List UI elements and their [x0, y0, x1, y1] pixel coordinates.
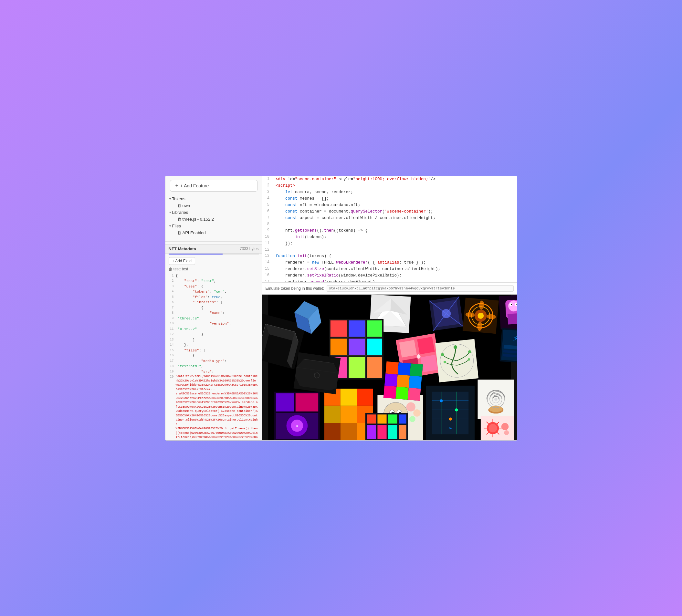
main-container: + + Add Feature ▾ Tokens 🗑 own ▾ Librari…	[165, 176, 517, 440]
code-row: 3 let camera, scene, renderer;	[262, 189, 517, 196]
add-field-button[interactable]: + Add Field	[169, 257, 195, 265]
code-content: const nft = window.cardano.nft;	[272, 202, 517, 208]
code-content: nft.getTokens().then((tokens) => {	[272, 227, 517, 234]
svg-rect-124	[410, 363, 423, 377]
code-content: renderer = new THREE.WebGLRenderer( { an…	[272, 259, 517, 266]
svg-rect-126	[396, 374, 410, 388]
svg-rect-153	[377, 414, 386, 424]
field-label: 🗑 test: test	[169, 267, 188, 271]
line-number: 7	[262, 215, 272, 221]
code-content: <div id="scene-container" style="height:…	[272, 176, 517, 183]
svg-point-96	[489, 406, 502, 412]
tree-children-libraries: 🗑 three.js - 0.152.2	[168, 216, 259, 223]
tree-item-threejs[interactable]: 🗑 three.js - 0.152.2	[176, 216, 259, 223]
svg-rect-125	[384, 373, 398, 387]
svg-point-100	[494, 397, 497, 401]
code-row: 15 renderer.setSize(container.clientWidt…	[262, 266, 517, 272]
code-row: 1 <div id="scene-container" style="heigh…	[262, 176, 517, 183]
svg-text:⬡: ⬡	[313, 371, 320, 381]
tree-children-tokens: 🗑 own	[168, 202, 259, 209]
code-content: <script>	[272, 183, 517, 189]
code-content	[272, 221, 517, 227]
metadata-title: NFT Metadata	[169, 247, 196, 251]
metadata-field-test: 🗑 test: test	[165, 266, 262, 272]
json-viewer[interactable]: 1{ 2 "test": "test", 3 "uses": { 4 "toke…	[165, 272, 262, 440]
tree-item-tokens[interactable]: ▾ Tokens	[168, 196, 259, 202]
svg-point-82	[409, 416, 415, 422]
code-editor[interactable]: 1 <div id="scene-container" style="heigh…	[262, 176, 517, 283]
metadata-header: NFT Metadata 7333 bytes	[165, 244, 262, 254]
svg-point-90	[440, 399, 442, 402]
line-number: 6	[262, 208, 272, 215]
tree-item-files[interactable]: ▾ Files	[168, 223, 259, 229]
code-row: 11 });	[262, 240, 517, 247]
code-content: init(tokens);	[272, 234, 517, 240]
svg-rect-41	[348, 339, 365, 355]
svg-point-150	[504, 430, 509, 435]
svg-text:∞: ∞	[449, 426, 451, 431]
add-field-label: + Add Field	[172, 259, 191, 263]
code-row: 5 const nft = window.cardano.nft;	[262, 202, 517, 208]
feature-tree: ▾ Tokens 🗑 own ▾ Libraries 🗑 three.js - …	[165, 196, 262, 239]
code-table: 1 <div id="scene-container" style="heigh…	[262, 176, 517, 283]
svg-rect-154	[388, 414, 397, 424]
svg-text:⚡: ⚡	[513, 333, 517, 343]
preview-area: ⚡	[262, 295, 517, 440]
svg-rect-127	[408, 375, 422, 389]
chevron-icon: ▾	[169, 224, 171, 228]
svg-point-149	[501, 423, 508, 430]
svg-rect-130	[407, 388, 420, 401]
svg-point-80	[406, 402, 415, 411]
plus-icon: +	[176, 183, 178, 189]
svg-rect-111	[399, 340, 416, 357]
code-row: 14 renderer = new THREE.WebGLRenderer( {…	[262, 259, 517, 266]
code-content: let camera, scene, renderer;	[272, 189, 517, 196]
svg-point-91	[455, 408, 458, 411]
code-content: renderer.setPixelRatio(window.devicePixe…	[272, 272, 517, 279]
code-row: 8	[262, 221, 517, 227]
chevron-icon: ▾	[169, 197, 171, 201]
code-content: function init(tokens) {	[272, 253, 517, 259]
svg-rect-152	[367, 414, 376, 424]
line-number: 10	[262, 234, 272, 240]
tree-item-own[interactable]: 🗑 own	[176, 202, 259, 209]
add-feature-button[interactable]: + + Add Feature	[170, 180, 257, 191]
metadata-progress-bar	[169, 254, 259, 254]
svg-rect-69	[340, 405, 357, 423]
svg-rect-44	[348, 357, 365, 378]
code-content: });	[272, 240, 517, 247]
line-number: 5	[262, 202, 272, 208]
emulate-label: Emulate token being in this wallet:	[266, 286, 324, 291]
progress-fill	[169, 254, 223, 254]
code-row: 12	[262, 247, 517, 253]
svg-rect-128	[383, 385, 396, 398]
tree-item-libraries[interactable]: ▾ Libraries	[168, 209, 259, 216]
line-number: 1	[262, 176, 272, 183]
tree-label-libraries: Libraries	[172, 210, 188, 215]
svg-rect-45	[367, 357, 382, 378]
svg-rect-159	[399, 425, 406, 439]
line-number: 9	[262, 227, 272, 234]
line-number: 3	[262, 189, 272, 196]
svg-rect-42	[367, 339, 382, 355]
svg-point-92	[449, 417, 452, 420]
svg-rect-155	[399, 414, 406, 424]
code-row: 7 const aspect = container.clientWidth /…	[262, 215, 517, 221]
tree-label-api: API Enabled	[183, 230, 206, 235]
code-row: 10 init(tokens);	[262, 234, 517, 240]
svg-rect-71	[324, 423, 340, 440]
svg-rect-37	[330, 320, 347, 337]
svg-rect-122	[385, 361, 399, 374]
code-content	[272, 247, 517, 253]
line-number: 17	[262, 279, 272, 283]
code-content: const aspect = container.clientWidth / c…	[272, 215, 517, 221]
trash-icon: 🗑	[177, 203, 181, 208]
svg-rect-156	[367, 425, 376, 439]
line-number: 14	[262, 259, 272, 266]
code-content: container.append(renderer.domElement);	[272, 279, 517, 283]
line-number: 8	[262, 221, 272, 227]
tree-item-api-enabled[interactable]: 🗑 API Enabled	[176, 229, 259, 236]
svg-rect-38	[348, 320, 365, 337]
emulate-input[interactable]	[327, 285, 514, 292]
code-row: 6 const container = document.querySelect…	[262, 208, 517, 215]
